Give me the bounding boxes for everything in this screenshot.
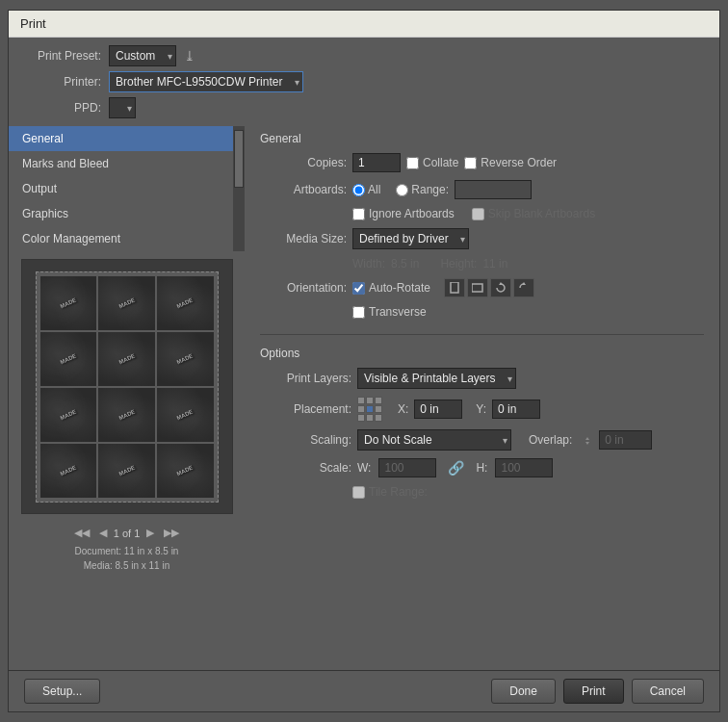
next-page-button[interactable]: ▶: [143, 526, 157, 540]
preview-cell: MADE: [157, 444, 214, 498]
footer-right-buttons: Done Print Cancel: [491, 679, 704, 704]
portrait-button[interactable]: [444, 278, 465, 297]
preview-cell: MADE: [98, 276, 155, 330]
sidebar-bottom: MADE MADE MADE MADE MADE MADE MADE MADE …: [9, 251, 245, 577]
printer-row: Printer: Brother MFC-L9550CDW Printer: [24, 71, 704, 92]
all-radio[interactable]: [352, 184, 365, 196]
skip-blank-checkbox[interactable]: [472, 208, 484, 220]
placement-row: Placement: X: Y:: [260, 397, 704, 422]
auto-rotate-checkbox-label[interactable]: Auto-Rotate: [352, 281, 430, 295]
artboards-row: Artboards: All Range:: [260, 180, 704, 199]
ignore-artboards-label: Ignore Artboards: [369, 207, 455, 220]
tile-range-checkbox[interactable]: [352, 486, 365, 499]
placement-dot-tm[interactable]: [366, 397, 374, 404]
printer-label: Printer:: [24, 75, 101, 89]
svg-rect-1: [472, 284, 482, 292]
first-page-button[interactable]: ◀◀: [71, 526, 92, 540]
rotate-cw-button[interactable]: [490, 278, 511, 297]
all-radio-label[interactable]: All: [352, 183, 380, 196]
range-input[interactable]: [455, 180, 532, 199]
width-height-row: Width: 8.5 in Height: 11 in: [352, 257, 704, 271]
preview-cell: MADE: [98, 388, 155, 442]
w-scale-input[interactable]: [378, 458, 436, 477]
placement-dot-mr[interactable]: [375, 405, 382, 413]
placement-dot-bl[interactable]: [357, 414, 365, 422]
artboards-label: Artboards:: [260, 183, 347, 196]
sidebar-item-color-management[interactable]: Color Management: [9, 226, 233, 251]
last-page-button[interactable]: ▶▶: [161, 526, 182, 540]
auto-rotate-checkbox[interactable]: [352, 282, 365, 295]
setup-button[interactable]: Setup...: [24, 679, 100, 704]
x-input[interactable]: [414, 400, 462, 419]
placement-dot-bm[interactable]: [366, 414, 374, 422]
ignore-artboards-checkbox[interactable]: [352, 208, 365, 220]
sidebar-scrollbar[interactable]: [233, 126, 245, 251]
done-button[interactable]: Done: [491, 679, 556, 704]
ignore-artboards-checkbox-label[interactable]: Ignore Artboards: [352, 207, 455, 220]
y-input[interactable]: [492, 400, 540, 419]
placement-label: Placement:: [260, 402, 351, 416]
placement-dot-br[interactable]: [375, 414, 382, 422]
ignore-artboards-row: Ignore Artboards Skip Blank Artboards: [352, 207, 704, 220]
landscape-button[interactable]: [467, 278, 488, 297]
tile-range-checkbox-label[interactable]: Tile Range:: [352, 485, 428, 499]
print-layers-select[interactable]: Visible & Printable Layers: [357, 368, 516, 389]
rotate-ccw-button[interactable]: [513, 278, 534, 297]
sidebar-item-graphics[interactable]: Graphics: [9, 201, 233, 226]
section-divider: [260, 334, 704, 335]
media-size-label: Media Size:: [260, 232, 347, 245]
range-radio[interactable]: [396, 184, 408, 196]
prev-page-button[interactable]: ◀: [96, 526, 110, 540]
sidebar-scroll: General Marks and Bleed Output Graphics …: [9, 126, 245, 251]
h-scale-input[interactable]: [495, 458, 553, 477]
preview-cell: MADE: [157, 276, 214, 330]
scaling-select[interactable]: Do Not Scale: [357, 429, 511, 451]
print-preset-row: Print Preset: Custom ⤓: [24, 45, 704, 66]
ppd-select-wrapper: [109, 97, 136, 118]
orientation-row: Orientation: Auto-Rotate: [260, 278, 704, 297]
print-layers-row: Print Layers: Visible & Printable Layers: [260, 368, 704, 389]
scale-row: Scale: W: 🔗 H:: [260, 458, 704, 477]
reverse-order-checkbox-label[interactable]: Reverse Order: [464, 156, 557, 169]
preview-grid: MADE MADE MADE MADE MADE MADE MADE MADE …: [36, 271, 219, 503]
transverse-checkbox-label[interactable]: Transverse: [352, 305, 427, 319]
sidebar-item-general[interactable]: General: [9, 126, 233, 151]
page-indicator: 1 of 1: [114, 528, 141, 539]
overlap-input[interactable]: [599, 430, 652, 450]
copies-label: Copies:: [260, 156, 347, 169]
sidebar-scroll-thumb[interactable]: [234, 130, 244, 188]
sidebar-item-output[interactable]: Output: [9, 176, 233, 201]
reverse-order-label: Reverse Order: [481, 156, 557, 169]
y-label: Y:: [476, 402, 486, 416]
cancel-button[interactable]: Cancel: [632, 679, 704, 704]
media-size-select[interactable]: Defined by Driver: [352, 228, 469, 249]
placement-dot-mm[interactable]: [366, 405, 374, 413]
media-size-row: Media Size: Defined by Driver: [260, 228, 704, 249]
reverse-order-checkbox[interactable]: [464, 157, 477, 169]
placement-grid: [357, 397, 382, 422]
preview-document-info: Document: 11 in x 8.5 in Media: 8.5 in x…: [75, 544, 179, 577]
transverse-checkbox[interactable]: [352, 306, 365, 319]
print-preset-select-wrapper: Custom: [109, 45, 176, 66]
link-icon[interactable]: 🔗: [448, 460, 464, 476]
range-radio-label[interactable]: Range:: [396, 183, 449, 196]
sidebar-item-marks-and-bleed[interactable]: Marks and Bleed: [9, 151, 233, 176]
placement-dot-tr[interactable]: [375, 397, 382, 404]
printer-select[interactable]: Brother MFC-L9550CDW Printer: [109, 71, 303, 92]
collate-checkbox[interactable]: [406, 157, 419, 169]
skip-blank-checkbox-label[interactable]: Skip Blank Artboards: [472, 207, 595, 220]
svg-rect-0: [451, 282, 458, 293]
scaling-select-wrapper: Do Not Scale: [357, 429, 511, 451]
print-button[interactable]: Print: [563, 679, 624, 704]
save-preset-icon[interactable]: ⤓: [184, 48, 195, 64]
collate-checkbox-label[interactable]: Collate: [406, 156, 458, 169]
placement-dot-tl[interactable]: [357, 397, 365, 404]
print-preset-select[interactable]: Custom: [109, 45, 176, 66]
copies-input[interactable]: [352, 153, 401, 172]
dialog-title-bar: Print: [9, 11, 719, 38]
general-section-header: General: [260, 132, 704, 145]
ppd-select[interactable]: [109, 97, 136, 118]
width-value: 8.5 in: [391, 257, 419, 271]
copies-row: Copies: Collate Reverse Order: [260, 153, 704, 172]
placement-dot-ml[interactable]: [357, 405, 365, 413]
